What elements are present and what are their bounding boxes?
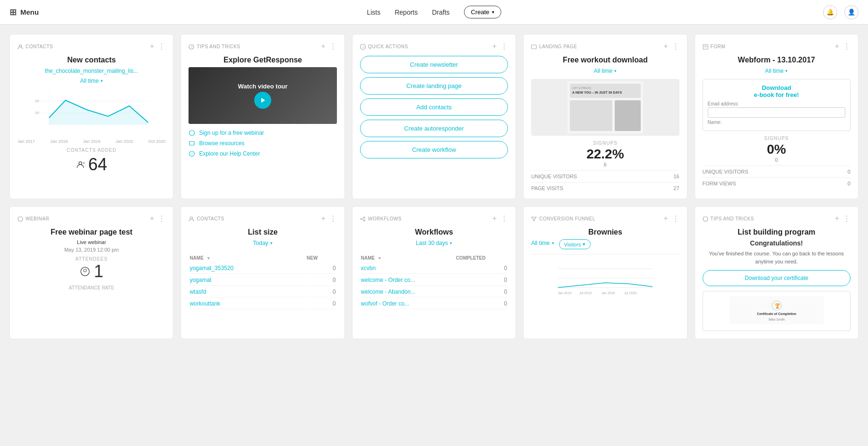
- add-widget-icon[interactable]: +: [150, 214, 154, 223]
- menu-label[interactable]: Menu: [20, 8, 39, 16]
- list-name-link[interactable]: yogamat: [189, 277, 211, 283]
- more-options-icon[interactable]: ⋮: [843, 214, 851, 223]
- add-widget-icon[interactable]: +: [663, 214, 668, 223]
- add-contact-icon: +: [76, 160, 86, 169]
- svg-text:🏆: 🏆: [774, 303, 780, 309]
- tips-bottom-label: TIPS AND TRICKS: [703, 216, 754, 222]
- webinar-card: WEBINAR + ⋮ Free webinar page test Live …: [9, 206, 173, 339]
- workflow-name-col[interactable]: NAME ▼: [361, 254, 455, 262]
- congrats-text: Congratulations!: [703, 239, 851, 247]
- add-widget-icon[interactable]: +: [492, 214, 497, 223]
- form-card: FORM + ⋮ Webform - 13.10.2017 All time ▾…: [695, 34, 859, 199]
- grid-icon[interactable]: ⊞: [9, 7, 17, 17]
- notifications-icon[interactable]: 🔔: [823, 5, 837, 19]
- add-contacts-button[interactable]: Add contacts: [360, 98, 508, 116]
- video-overlay[interactable]: Watch video tour: [189, 67, 336, 124]
- add-widget-icon[interactable]: +: [492, 42, 497, 51]
- tips-card: ? TIPS AND TRICKS + ⋮ Explore GetRespons…: [180, 34, 344, 199]
- card-actions-webinar: + ⋮: [150, 214, 165, 223]
- nav-drafts[interactable]: Drafts: [432, 9, 449, 16]
- video-thumbnail[interactable]: Watch video tour: [189, 67, 336, 124]
- lp-signups-label: SIGNUPS: [531, 140, 679, 146]
- sort-icon: ▼: [206, 256, 211, 261]
- resources-link[interactable]: Browse resources: [189, 140, 336, 147]
- chevron-down-icon: ▾: [101, 79, 103, 83]
- funnel-filter[interactable]: All time ▾: [531, 240, 554, 246]
- more-options-icon[interactable]: ⋮: [158, 42, 165, 51]
- more-options-icon[interactable]: ⋮: [329, 214, 337, 223]
- workflow-name-link[interactable]: welcome - Order co...: [361, 277, 415, 283]
- svg-text:Jul 2020: Jul 2020: [624, 291, 637, 295]
- add-widget-icon[interactable]: +: [150, 42, 154, 51]
- create-landing-page-button[interactable]: Create landing page: [360, 77, 508, 95]
- workflows-title: Workflows: [360, 228, 508, 236]
- contacts-filter[interactable]: All time ▾: [80, 78, 103, 84]
- list-name-link[interactable]: yogamat_353520: [189, 265, 233, 271]
- attendees-label: ATTENDEES: [17, 256, 165, 262]
- list-name-link[interactable]: workouttank: [189, 300, 220, 307]
- visitors-filter-button[interactable]: Visitors ▾: [559, 239, 591, 249]
- chart-x-labels: Jan 2017Jan 2018Jan 2019Jan 2020Oct 2020: [17, 139, 165, 144]
- contacts-list-link[interactable]: the_chocolate_monster_mailing_lis...: [45, 68, 138, 74]
- more-options-icon[interactable]: ⋮: [672, 214, 679, 223]
- list-name-link[interactable]: wtasfd: [189, 289, 206, 295]
- workflow-item: welcome - Abandon...0: [361, 287, 507, 297]
- help-link[interactable]: ? Explore our Help Center: [189, 150, 336, 157]
- play-button[interactable]: [254, 92, 271, 109]
- form-filter[interactable]: All time ▾: [765, 68, 788, 74]
- card-actions-quick: + ⋮: [492, 42, 508, 51]
- webinar-link[interactable]: Sign up for a free webinar: [189, 130, 336, 136]
- more-options-icon[interactable]: ⋮: [158, 214, 165, 223]
- lp-filter[interactable]: All time ▾: [594, 68, 617, 74]
- svg-text:Mike Smith: Mike Smith: [768, 318, 785, 321]
- add-widget-icon[interactable]: +: [835, 42, 839, 51]
- svg-point-28: [81, 267, 89, 276]
- attendees-section: ATTENDEES 1: [17, 256, 165, 281]
- more-options-icon[interactable]: ⋮: [500, 42, 508, 51]
- workflow-completed-value: 0: [456, 275, 507, 286]
- workflow-name-link[interactable]: welcome - Abandon...: [361, 289, 415, 295]
- add-widget-icon[interactable]: +: [321, 214, 325, 223]
- download-certificate-button[interactable]: Download your certificate: [703, 270, 851, 286]
- workflow-name-link[interactable]: xcvbn: [361, 265, 376, 271]
- create-newsletter-button[interactable]: Create newsletter: [360, 56, 508, 73]
- list-name-col[interactable]: NAME ▼: [189, 254, 306, 262]
- workflow-completed-value: 0: [456, 298, 507, 309]
- add-widget-icon[interactable]: +: [663, 42, 668, 51]
- workflow-completed-value: 0: [456, 287, 507, 297]
- header: ⊞ Menu Lists Reports Drafts Create ▾ 🔔 👤: [0, 0, 868, 25]
- workflows-card: WORKFLOWS + ⋮ Workflows Last 30 days ▾ N…: [352, 206, 516, 339]
- webinar-attendees-icon: [80, 266, 90, 277]
- more-options-icon[interactable]: ⋮: [500, 214, 508, 223]
- form-signups-label: SIGNUPS: [703, 136, 851, 141]
- nav-reports[interactable]: Reports: [395, 9, 418, 16]
- lp-preview-svg: LIFT & PRESS A NEW YOU – IN JUST 30 DAYS: [567, 81, 643, 133]
- lp-preview-image: LIFT & PRESS A NEW YOU – IN JUST 30 DAYS: [531, 79, 679, 136]
- form-email-input-preview: [708, 107, 845, 118]
- workflow-item: welcome - Order co...0: [361, 275, 507, 286]
- create-workflow-button[interactable]: Create workflow: [360, 141, 508, 158]
- more-options-icon[interactable]: ⋮: [329, 42, 337, 51]
- card-actions-funnel: + ⋮: [663, 214, 679, 223]
- more-options-icon[interactable]: ⋮: [843, 42, 851, 51]
- list-new-value: 0: [307, 298, 336, 309]
- create-autoresponder-button[interactable]: Create autoresponder: [360, 120, 508, 137]
- nav-lists[interactable]: Lists: [367, 9, 380, 16]
- add-widget-icon[interactable]: +: [835, 214, 839, 223]
- workflows-filter[interactable]: Last 30 days ▾: [416, 240, 452, 246]
- create-button[interactable]: Create ▾: [464, 6, 501, 18]
- video-label: Watch video tour: [238, 83, 288, 90]
- user-icon[interactable]: 👤: [844, 5, 859, 19]
- resources-icon: [189, 140, 195, 147]
- form-views: FORM VIEWS 0: [703, 177, 851, 186]
- list-new-value: 0: [307, 275, 336, 286]
- workflow-name-link[interactable]: wofvof - Order co...: [361, 300, 409, 307]
- svg-point-43: [703, 217, 708, 221]
- list-size-filter[interactable]: Today ▾: [253, 240, 273, 246]
- add-widget-icon[interactable]: +: [321, 42, 325, 51]
- list-size-table: NAME ▼ NEW yogamat_3535200yogamat0wtasfd…: [189, 253, 336, 310]
- contacts-count-value: 64: [88, 155, 107, 175]
- header-nav: Lists Reports Drafts Create ▾: [367, 6, 501, 18]
- more-options-icon[interactable]: ⋮: [672, 42, 679, 51]
- svg-text:+: +: [83, 161, 85, 166]
